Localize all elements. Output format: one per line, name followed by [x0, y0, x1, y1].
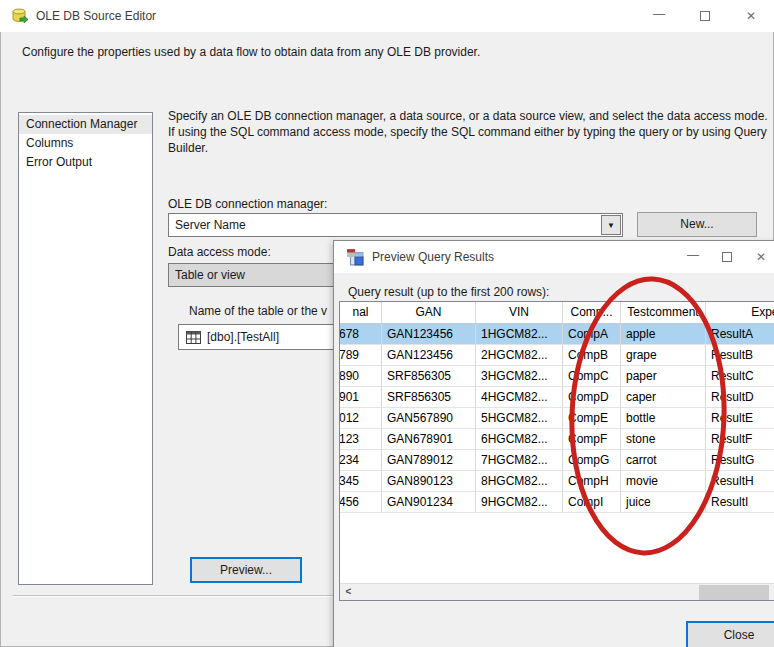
connection-manager-combobox[interactable]: Server Name ▼ [168, 213, 623, 237]
sidebar-item-error-output[interactable]: Error Output [19, 153, 152, 172]
grid-row[interactable]: 789GAN1234562HGCM82...CompBgrapeResultB [340, 345, 774, 366]
query-results-grid: nalGANVINComp...TestcommentExpectedR...6… [339, 301, 774, 601]
grid-cell[interactable]: ResultB [706, 345, 774, 365]
grid-cell[interactable]: CompA [563, 324, 621, 344]
grid-cell[interactable]: SRF856305 [382, 366, 476, 386]
grid-cell[interactable]: 678 [340, 324, 382, 344]
grid-row[interactable]: 890SRF8563053HGCM82...CompCpaperResultC [340, 366, 774, 387]
preview-window-title: Preview Query Results [372, 250, 494, 264]
column-header[interactable]: GAN [382, 302, 476, 323]
preview-button[interactable]: Preview... [190, 557, 302, 583]
preview-titlebar: Preview Query Results — ✕ [334, 241, 774, 273]
grid-cell[interactable]: 901 [340, 387, 382, 407]
grid-row[interactable]: 345GAN8901238HGCM82...CompHmovieResultH [340, 471, 774, 492]
scrollbar-thumb[interactable] [699, 585, 769, 600]
connection-manager-value: Server Name [175, 214, 246, 236]
grid-cell[interactable]: ResultF [706, 429, 774, 449]
grid-row[interactable]: 678GAN1234561HGCM82...CompAappleResultA [340, 324, 774, 345]
grid-cell[interactable]: apple [621, 324, 706, 344]
data-access-mode-value: Table or view [175, 264, 245, 286]
preview-query-results-dialog: Preview Query Results — ✕ Query result (… [333, 240, 774, 647]
grid-cell[interactable]: CompE [563, 408, 621, 428]
grid-cell[interactable]: stone [621, 429, 706, 449]
grid-cell[interactable]: 012 [340, 408, 382, 428]
connection-description: Specify an OLE DB connection manager, a … [168, 108, 768, 156]
sidebar-item-columns[interactable]: Columns [19, 134, 152, 153]
grid-cell[interactable]: carrot [621, 450, 706, 470]
grid-cell[interactable]: CompH [563, 471, 621, 491]
grid-cell[interactable]: CompG [563, 450, 621, 470]
grid-cell[interactable]: GAN890123 [382, 471, 476, 491]
grid-cell[interactable]: CompF [563, 429, 621, 449]
grid-cell[interactable]: 3HGCM82... [476, 366, 563, 386]
grid-cell[interactable]: 234 [340, 450, 382, 470]
grid-cell[interactable]: ResultG [706, 450, 774, 470]
column-header[interactable]: nal [340, 302, 382, 323]
grid-cell[interactable]: ResultD [706, 387, 774, 407]
close-button[interactable]: ✕ [728, 0, 774, 32]
main-titlebar: OLE DB Source Editor — ✕ [0, 0, 774, 32]
grid-cell[interactable]: GAN123456 [382, 345, 476, 365]
grid-cell[interactable]: 345 [340, 471, 382, 491]
grid-cell[interactable]: CompD [563, 387, 621, 407]
grid-row[interactable]: 901SRF8563054HGCM82...CompDcaperResultD [340, 387, 774, 408]
grid-cell[interactable]: movie [621, 471, 706, 491]
grid-row[interactable]: 234GAN7890127HGCM82...CompGcarrotResultG [340, 450, 774, 471]
chevron-down-icon[interactable]: ▼ [601, 215, 621, 235]
grid-cell[interactable]: ResultH [706, 471, 774, 491]
grid-cell[interactable]: 789 [340, 345, 382, 365]
grid-cell[interactable]: GAN123456 [382, 324, 476, 344]
grid-row[interactable]: 012GAN5678905HGCM82...CompEbottleResultE [340, 408, 774, 429]
grid-cell[interactable]: grape [621, 345, 706, 365]
scroll-left-arrow-icon[interactable]: < [340, 584, 357, 601]
grid-cell[interactable]: 7HGCM82... [476, 450, 563, 470]
grid-cell[interactable]: 4HGCM82... [476, 387, 563, 407]
grid-cell[interactable]: 6HGCM82... [476, 429, 563, 449]
column-header[interactable]: Testcomment [621, 302, 706, 323]
grid-cell[interactable]: ResultE [706, 408, 774, 428]
grid-cell[interactable]: 9HGCM82... [476, 492, 563, 512]
winform-icon [346, 248, 364, 266]
grid-cell[interactable]: GAN901234 [382, 492, 476, 512]
grid-cell[interactable]: bottle [621, 408, 706, 428]
grid-cell[interactable]: 8HGCM82... [476, 471, 563, 491]
pages-list: Connection ManagerColumnsError Output [18, 112, 153, 585]
grid-cell[interactable]: 456 [340, 492, 382, 512]
horizontal-scrollbar[interactable]: < > [340, 583, 774, 600]
grid-cell[interactable]: GAN567890 [382, 408, 476, 428]
grid-cell[interactable]: 890 [340, 366, 382, 386]
connection-manager-label: OLE DB connection manager: [168, 197, 327, 211]
grid-cell[interactable]: 123 [340, 429, 382, 449]
maximize-button[interactable] [682, 0, 728, 32]
grid-cell[interactable]: SRF856305 [382, 387, 476, 407]
close-dialog-button[interactable]: Close [686, 621, 774, 647]
grid-cell[interactable]: ResultA [706, 324, 774, 344]
grid-cell[interactable]: juice [621, 492, 706, 512]
column-header[interactable]: Comp... [563, 302, 621, 323]
preview-maximize-button[interactable] [710, 241, 744, 273]
grid-cell[interactable]: ResultC [706, 366, 774, 386]
scroll-right-arrow-icon[interactable]: > [770, 584, 774, 601]
grid-cell[interactable]: 5HGCM82... [476, 408, 563, 428]
sidebar-item-connection-manager[interactable]: Connection Manager [19, 115, 152, 134]
preview-close-icon-button[interactable]: ✕ [744, 241, 774, 273]
column-header[interactable]: VIN [476, 302, 563, 323]
grid-cell[interactable]: CompI [563, 492, 621, 512]
new-connection-button[interactable]: New... [637, 212, 757, 237]
grid-cell[interactable]: ResultI [706, 492, 774, 512]
grid-row[interactable]: 123GAN6789016HGCM82...CompFstoneResultF [340, 429, 774, 450]
grid-cell[interactable]: GAN789012 [382, 450, 476, 470]
grid-cell[interactable]: GAN678901 [382, 429, 476, 449]
grid-row[interactable]: 456GAN9012349HGCM82...CompIjuiceResultI [340, 492, 774, 513]
grid-cell[interactable]: CompB [563, 345, 621, 365]
grid-cell[interactable]: 2HGCM82... [476, 345, 563, 365]
grid-cell[interactable]: CompC [563, 366, 621, 386]
column-header[interactable]: ExpectedR... [706, 302, 774, 323]
preview-minimize-button[interactable]: — [676, 241, 710, 273]
minimize-button[interactable]: — [636, 0, 682, 32]
grid-cell[interactable]: paper [621, 366, 706, 386]
ole-db-source-editor-window: OLE DB Source Editor — ✕ Configure the p… [0, 0, 774, 647]
grid-cell[interactable]: 1HGCM82... [476, 324, 563, 344]
grid-cell[interactable]: caper [621, 387, 706, 407]
table-name-value: [dbo].[TestAll] [207, 325, 279, 349]
